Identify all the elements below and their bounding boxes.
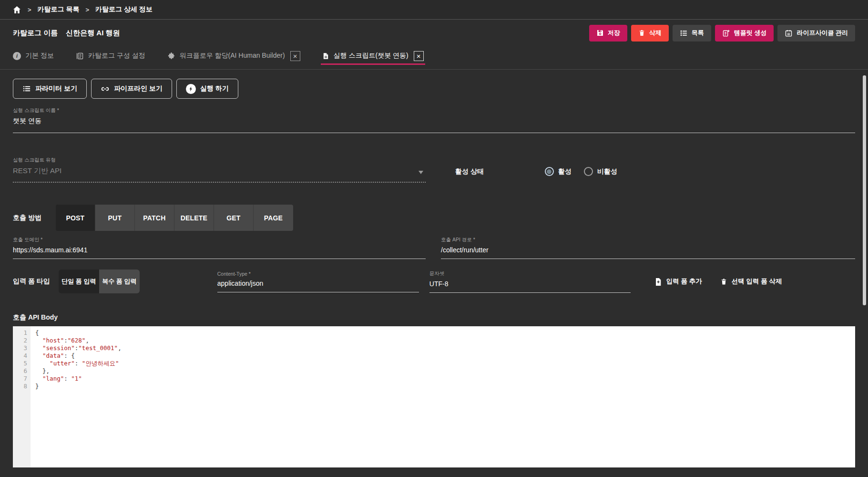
- call-method-row: 호출 방법 POST PUT PATCH DELETE GET PAGE: [13, 205, 855, 231]
- tab-divider: [0, 69, 868, 70]
- line-number: 5: [13, 360, 27, 367]
- catalog-name-value: 신한은행 AI 행원: [66, 29, 120, 38]
- line-number: 7: [13, 375, 27, 383]
- api-body-label: 호출 API Body: [13, 313, 855, 322]
- lifecycle-button-label: 라이프사이클 관리: [797, 29, 848, 37]
- trash-icon: [638, 29, 645, 37]
- list-icon: [680, 29, 688, 37]
- editor-code: { "host":"628", "session":"test_0001", "…: [31, 326, 122, 467]
- line-number: 2: [13, 337, 27, 344]
- call-domain-value: https://sds.maum.ai:6941: [13, 246, 426, 254]
- breadcrumb-item-catalog-detail: 카탈로그 상세 정보: [95, 5, 153, 14]
- breadcrumb: > 카탈로그 목록 > 카탈로그 상세 정보: [0, 0, 868, 20]
- script-name-value: 챗봇 연동: [13, 117, 855, 125]
- charset-value: UTF-8: [429, 280, 631, 288]
- line-number: 1: [13, 329, 27, 337]
- radio-option-inactive[interactable]: 비활성: [584, 167, 617, 176]
- list-button-label: 목록: [692, 29, 704, 37]
- add-input-form-label: 입력 폼 추가: [666, 277, 702, 286]
- radio-option-active[interactable]: 활성: [545, 167, 572, 176]
- api-path-label: 호출 API 경로 *: [441, 237, 855, 243]
- active-state-label: 활성 상태: [455, 167, 484, 176]
- delete-input-form-button[interactable]: 선택 입력 폼 삭제: [720, 277, 782, 286]
- charset-label: 문자셋: [429, 270, 631, 277]
- method-option-patch[interactable]: PATCH: [135, 205, 174, 231]
- view-pipeline-button[interactable]: 파이프라인 보기: [91, 79, 172, 99]
- link-icon: [101, 84, 110, 93]
- script-type-label: 실행 스크립트 유형: [13, 157, 426, 164]
- input-form-type-toggle: 단일 폼 입력 복수 폼 입력: [59, 270, 140, 293]
- view-parameters-button[interactable]: 파라미터 보기: [13, 79, 87, 99]
- code-line: "lang": "1": [35, 375, 122, 383]
- close-tab-icon[interactable]: ×: [290, 51, 300, 61]
- method-option-delete[interactable]: DELETE: [174, 205, 214, 231]
- code-line: "utter": "안녕하세요": [35, 360, 122, 367]
- tab-catalog-config[interactable]: 카탈로그 구성 설정: [76, 52, 145, 60]
- method-option-post[interactable]: POST: [56, 205, 95, 231]
- method-option-page[interactable]: PAGE: [254, 205, 293, 231]
- home-icon[interactable]: [12, 5, 21, 14]
- api-path-field[interactable]: 호출 API 경로 * /collect/run/utter: [441, 237, 855, 259]
- form-option-single[interactable]: 단일 폼 입력: [59, 270, 99, 293]
- add-input-form-button[interactable]: 입력 폼 추가: [654, 277, 702, 286]
- file-plus-icon: [654, 277, 662, 286]
- script-toolbar: 파라미터 보기 파이프라인 보기 실행 하기: [13, 79, 855, 99]
- method-option-put[interactable]: PUT: [95, 205, 135, 231]
- run-bolt-icon: [186, 84, 196, 94]
- line-number: 8: [13, 383, 27, 390]
- method-option-get[interactable]: GET: [214, 205, 254, 231]
- tab-label: 실행 스크립트(챗봇 연동): [334, 52, 408, 60]
- create-template-button-label: 템플릿 생성: [734, 29, 767, 37]
- radio-option-label: 비활성: [597, 167, 617, 176]
- content-type-value: application/json: [217, 280, 419, 287]
- radio-option-label: 활성: [558, 167, 572, 176]
- tab-run-script[interactable]: 실행 스크립트(챗봇 연동) ×: [322, 51, 424, 61]
- list-button[interactable]: 목록: [673, 25, 711, 41]
- tab-basic-info[interactable]: i 기본 정보: [13, 52, 54, 60]
- run-label: 실행 하기: [200, 84, 229, 93]
- tab-label: 워크플로우 할당(AI Human Builder): [180, 52, 285, 60]
- create-template-button[interactable]: 템플릿 생성: [715, 25, 774, 41]
- delete-button-label: 삭제: [649, 29, 662, 37]
- delete-button[interactable]: 삭제: [631, 25, 669, 41]
- charset-field[interactable]: 문자셋 UTF-8: [429, 270, 631, 293]
- call-domain-field[interactable]: 호출 도메인 * https://sds.maum.ai:6941: [13, 237, 426, 259]
- lifecycle-button[interactable]: 라이프사이클 관리: [777, 25, 855, 41]
- script-type-select[interactable]: 실행 스크립트 유형 REST 기반 API: [13, 157, 426, 183]
- breadcrumb-separator-icon: >: [28, 6, 31, 13]
- code-editor[interactable]: 12345678 { "host":"628", "session":"test…: [13, 326, 855, 467]
- close-tab-icon[interactable]: ×: [414, 51, 424, 61]
- editor-gutter: 12345678: [13, 326, 31, 467]
- parameter-list-icon: [22, 84, 31, 93]
- catalog-detail-page: > 카탈로그 목록 > 카탈로그 상세 정보 카탈로그 이름 신한은행 AI 행…: [0, 0, 868, 477]
- tab-workflow-assignment[interactable]: 워크플로우 할당(AI Human Builder) ×: [167, 51, 300, 61]
- run-button[interactable]: 실행 하기: [176, 79, 238, 99]
- radio-unselected-icon: [584, 167, 593, 176]
- call-url-row: 호출 도메인 * https://sds.maum.ai:6941 호출 API…: [13, 237, 855, 259]
- trash-icon: [720, 278, 727, 286]
- code-line: },: [35, 367, 122, 375]
- puzzle-icon: [167, 52, 175, 60]
- template-plus-icon: [722, 29, 730, 37]
- form-option-multi[interactable]: 복수 폼 입력: [99, 270, 140, 293]
- api-body-section: 호출 API Body 12345678 { "host":"628", "se…: [13, 313, 855, 467]
- vertical-scrollbar[interactable]: [863, 75, 866, 305]
- content-type-field[interactable]: Content-Type * application/json: [217, 271, 419, 292]
- api-path-value: /collect/run/utter: [441, 246, 855, 254]
- save-button[interactable]: 저장: [589, 25, 627, 41]
- info-icon: i: [13, 52, 21, 60]
- chevron-down-icon: [419, 171, 423, 174]
- code-line: "host":"628",: [35, 337, 122, 344]
- tab-label: 카탈로그 구성 설정: [88, 52, 145, 60]
- save-icon: [596, 29, 604, 37]
- script-name-field[interactable]: 실행 스크립트 이름 * 챗봇 연동: [13, 107, 855, 133]
- code-line: "session":"test_0001",: [35, 344, 122, 352]
- call-method-toggle: POST PUT PATCH DELETE GET PAGE: [56, 205, 293, 231]
- breadcrumb-item-catalog-list[interactable]: 카탈로그 목록: [38, 5, 80, 14]
- view-parameters-label: 파라미터 보기: [35, 84, 77, 93]
- save-button-label: 저장: [608, 29, 620, 37]
- calendar-icon: [785, 29, 793, 37]
- code-line: {: [35, 329, 122, 337]
- input-form-row: 입력 폼 타입 단일 폼 입력 복수 폼 입력 Content-Type * a…: [13, 270, 855, 293]
- code-line: }: [35, 383, 122, 390]
